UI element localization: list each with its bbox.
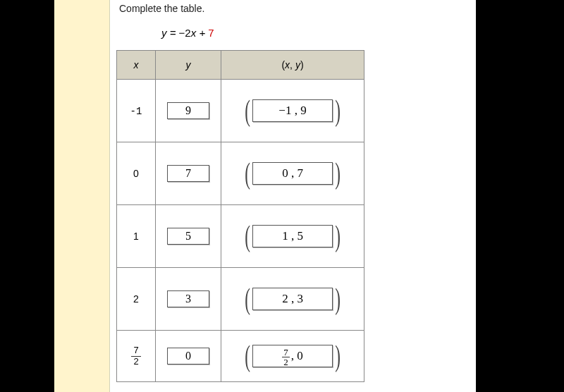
- table-row: 2 3 ( 2 , 3 ): [117, 268, 364, 331]
- x-value: 7 2: [117, 331, 156, 382]
- pair-input[interactable]: 2 , 3: [252, 288, 333, 310]
- header-xy: (x, y): [221, 51, 364, 80]
- instruction-text: Complete the table.: [119, 3, 469, 14]
- pair-input[interactable]: 72, 0: [252, 345, 333, 367]
- y-cell: 7: [156, 142, 221, 205]
- pair-cell: ( 0 , 7 ): [221, 142, 364, 205]
- x-value: 0: [117, 142, 156, 205]
- pair-input[interactable]: 1 , 5: [252, 225, 333, 247]
- pair-input[interactable]: 0 , 7: [252, 162, 333, 185]
- pair-cell: ( 72, 0 ): [221, 331, 364, 382]
- x-value: 2: [117, 268, 156, 331]
- header-y: y: [156, 51, 221, 80]
- y-input[interactable]: 3: [167, 290, 209, 307]
- content-area: Complete the table. y = −2x + 7 x y (x, …: [54, 0, 476, 392]
- y-input[interactable]: 5: [167, 228, 209, 245]
- fraction: 7 2: [131, 345, 140, 367]
- y-cell: 5: [156, 205, 221, 268]
- y-cell: 9: [156, 80, 221, 142]
- equation-constant: 7: [208, 27, 214, 39]
- table-row: 0 7 ( 0 , 7 ): [117, 142, 364, 205]
- function-table: x y (x, y) -1 9 ( −1 , 9 ): [116, 50, 364, 382]
- y-cell: 0: [156, 331, 221, 382]
- pair-input[interactable]: −1 , 9: [252, 99, 333, 122]
- equation-term1: −2x: [179, 27, 197, 39]
- x-value: 1: [117, 205, 156, 268]
- table-header-row: x y (x, y): [117, 51, 364, 80]
- y-input[interactable]: 7: [167, 165, 209, 182]
- table-row: 7 2 0 ( 72, 0 ): [117, 331, 364, 382]
- pair-cell: ( −1 , 9 ): [221, 80, 364, 142]
- table-row: 1 5 ( 1 , 5 ): [117, 205, 364, 268]
- x-value: -1: [117, 80, 156, 142]
- equation-eq: =: [170, 27, 179, 39]
- header-x: x: [117, 51, 156, 80]
- page: Complete the table. y = −2x + 7 x y (x, …: [0, 0, 564, 392]
- y-input[interactable]: 0: [167, 348, 209, 365]
- pair-cell: ( 1 , 5 ): [221, 205, 364, 268]
- main-content: Complete the table. y = −2x + 7 x y (x, …: [119, 3, 469, 382]
- equation-plus: +: [199, 27, 208, 39]
- equation: y = −2x + 7: [161, 27, 469, 39]
- pair-cell: ( 2 , 3 ): [221, 268, 364, 331]
- table-row: -1 9 ( −1 , 9 ): [117, 80, 364, 142]
- equation-lhs: y: [161, 27, 167, 39]
- left-sidebar: [54, 0, 110, 392]
- y-cell: 3: [156, 268, 221, 331]
- y-input[interactable]: 9: [167, 102, 209, 119]
